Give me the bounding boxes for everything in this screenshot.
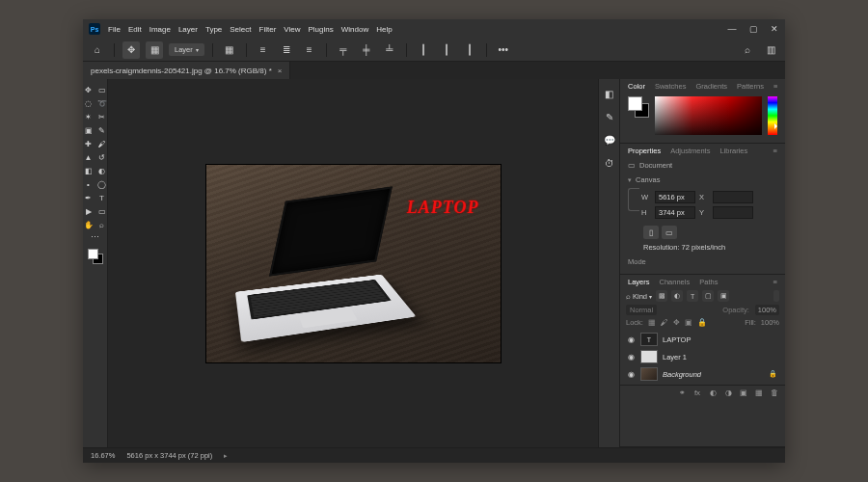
tab-channels[interactable]: Channels [660, 278, 691, 286]
dodge-tool-icon[interactable]: ◯ [96, 179, 107, 190]
menu-layer[interactable]: Layer [178, 25, 198, 34]
distribute-h3-icon[interactable]: ┃ [461, 41, 478, 59]
tab-swatches[interactable]: Swatches [655, 82, 687, 91]
document-tab[interactable]: pexels-craigmdennis-205421.jpg @ 16.7% (… [83, 62, 290, 79]
eyedropper-tool-icon[interactable]: ✎ [96, 125, 107, 136]
edit-toolbar-icon[interactable]: ⋯ [86, 231, 105, 243]
visibility-icon[interactable]: ◉ [626, 353, 636, 362]
distribute-h2-icon[interactable]: ┃ [438, 41, 455, 59]
artboard-tool-icon[interactable]: ▭ [96, 85, 107, 95]
new-fill-icon[interactable]: ◑ [723, 388, 733, 397]
layer-row[interactable]: ◉ Layer 1 [626, 348, 779, 365]
status-menu-icon[interactable]: ▸ [224, 452, 228, 460]
tab-paths[interactable]: Paths [699, 278, 718, 286]
visibility-icon[interactable]: ◉ [626, 335, 636, 344]
new-group-icon[interactable]: ▣ [739, 388, 748, 397]
blur-tool-icon[interactable]: • [83, 179, 94, 190]
close-tab-icon[interactable]: × [278, 67, 283, 75]
hue-slider[interactable] [768, 96, 777, 135]
zoom-tool-icon[interactable]: ⌕ [96, 220, 107, 230]
visibility-icon[interactable]: ◉ [626, 370, 636, 379]
menu-select[interactable]: Select [230, 25, 251, 34]
color-spectrum[interactable] [655, 96, 762, 135]
menu-filter[interactable]: Filter [259, 25, 277, 34]
lock-image-icon[interactable]: 🖌 [661, 318, 668, 327]
lasso-tool-icon[interactable]: ➰ [96, 98, 107, 109]
canvas-area[interactable]: LAPTOP [108, 79, 598, 447]
layer-fx-icon[interactable]: fx [692, 388, 702, 397]
menu-plugins[interactable]: Plugins [309, 25, 334, 34]
gradient-tool-icon[interactable]: ◐ [96, 166, 107, 176]
home-icon[interactable]: ⌂ [89, 41, 106, 59]
layer-name[interactable]: Background [663, 370, 701, 379]
opacity-value[interactable]: 100% [755, 305, 779, 315]
filter-smart-icon[interactable]: ▣ [718, 290, 729, 302]
width-input[interactable] [655, 191, 695, 203]
distribute-top-icon[interactable]: ╤ [335, 41, 352, 59]
marquee-tool-icon[interactable]: ◌ [83, 98, 94, 109]
tab-libraries[interactable]: Libraries [719, 147, 747, 155]
hand-tool-icon[interactable]: ✋ [83, 220, 94, 230]
tab-gradients[interactable]: Gradients [695, 82, 727, 91]
lock-position-icon[interactable]: ✥ [673, 318, 680, 327]
tab-adjustments[interactable]: Adjustments [670, 147, 710, 155]
x-input[interactable] [713, 191, 753, 203]
link-layers-icon[interactable]: ⚭ [677, 388, 687, 397]
move-tool-icon[interactable]: ✥ [83, 85, 94, 95]
distribute-bottom-icon[interactable]: ╧ [381, 41, 398, 59]
document-canvas[interactable]: LAPTOP [206, 165, 501, 362]
lock-artboard-icon[interactable]: ▣ [685, 318, 692, 327]
fill-value[interactable]: 100% [761, 318, 779, 327]
panel-menu-icon[interactable]: ≡ [773, 278, 777, 286]
doc-dimensions[interactable]: 5616 px x 3744 px (72 ppi) [126, 451, 212, 460]
properties-canvas-section[interactable]: ▾Canvas [628, 174, 777, 188]
filter-pixel-icon[interactable]: ▩ [656, 290, 667, 302]
menu-type[interactable]: Type [205, 25, 222, 34]
auto-select-icon[interactable]: ▦ [146, 41, 163, 59]
pen-tool-icon[interactable]: ✒ [83, 193, 94, 203]
layer-row-background[interactable]: ◉ Background 🔒 [626, 365, 779, 383]
more-options-icon[interactable]: ••• [495, 41, 512, 59]
auto-select-target[interactable]: Layer▾ [169, 43, 204, 56]
layer-name[interactable]: LAPTOP [663, 335, 691, 344]
brush-tool-icon[interactable]: 🖌 [96, 139, 107, 149]
menu-window[interactable]: Window [341, 25, 368, 34]
menu-edit[interactable]: Edit [128, 25, 142, 34]
orientation-portrait-icon[interactable]: ▯ [643, 226, 659, 239]
align-right-icon[interactable]: ≡ [301, 41, 318, 59]
menu-image[interactable]: Image [149, 25, 171, 34]
tab-patterns[interactable]: Patterns [737, 82, 764, 91]
filter-shape-icon[interactable]: ▢ [702, 290, 714, 302]
canvas-text-layer[interactable]: LAPTOP [407, 198, 479, 218]
menu-help[interactable]: Help [376, 25, 392, 34]
tab-properties[interactable]: Properties [628, 147, 661, 155]
lock-icon[interactable]: 🔒 [769, 370, 777, 378]
lock-all-icon[interactable]: 🔒 [697, 318, 707, 327]
layer-filter-kind[interactable]: ⌕ Kind ▾ [626, 292, 652, 301]
y-input[interactable] [713, 206, 753, 219]
stamp-tool-icon[interactable]: ▲ [83, 152, 94, 163]
healing-tool-icon[interactable]: ✚ [83, 139, 94, 149]
dock-icon-4[interactable]: ⏱ [603, 156, 616, 170]
panel-menu-icon[interactable]: ≡ [773, 82, 777, 91]
transform-controls-icon[interactable]: ▦ [221, 41, 238, 59]
path-select-icon[interactable]: ▶ [83, 206, 94, 217]
menu-file[interactable]: File [108, 25, 121, 34]
move-tool-icon[interactable]: ✥ [122, 41, 140, 59]
delete-layer-icon[interactable]: 🗑 [770, 388, 779, 397]
window-close-icon[interactable]: ✕ [770, 24, 779, 34]
foreground-color[interactable] [88, 249, 98, 259]
zoom-level[interactable]: 16.67% [91, 451, 115, 460]
distribute-h1-icon[interactable]: ┃ [415, 41, 432, 59]
dock-icon-3[interactable]: 💬 [603, 133, 616, 147]
orientation-landscape-icon[interactable]: ▭ [662, 226, 677, 239]
filter-type-icon[interactable]: T [687, 290, 698, 302]
filter-toggle[interactable] [773, 290, 779, 302]
eraser-tool-icon[interactable]: ◧ [83, 166, 94, 176]
color-fgbg-swatch[interactable] [628, 96, 649, 118]
blend-mode-select[interactable]: Normal [626, 305, 657, 315]
search-icon[interactable]: ⌕ [739, 41, 756, 59]
link-dimensions-icon[interactable] [628, 188, 639, 211]
foreground-background-swatch[interactable] [88, 249, 103, 264]
distribute-middle-icon[interactable]: ╪ [358, 41, 375, 59]
